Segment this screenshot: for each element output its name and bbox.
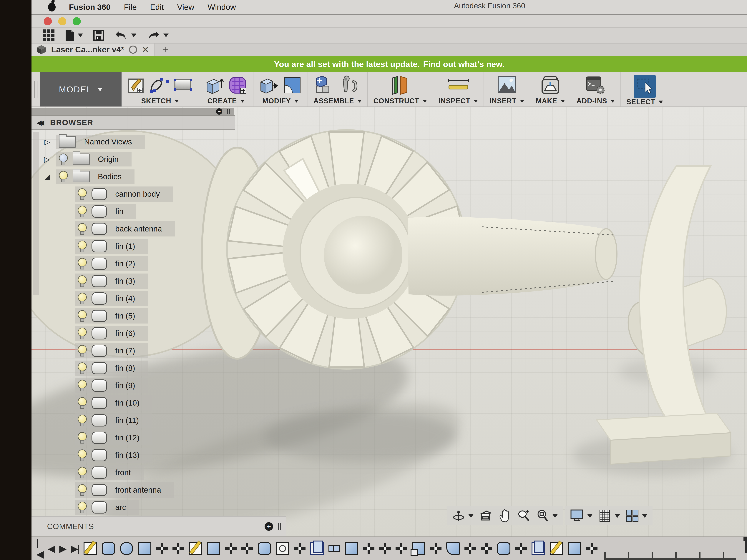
browser-item-label[interactable]: fin (2) — [107, 259, 135, 268]
browser-item-label[interactable]: fin (4) — [107, 294, 135, 303]
browser-item-fin-13-[interactable]: fin (13) — [31, 447, 252, 464]
file-menu-button[interactable] — [65, 29, 83, 41]
visibility-bulb-icon[interactable] — [78, 206, 86, 217]
timeline-feature-sphere-icon[interactable] — [120, 542, 133, 555]
visibility-bulb-icon[interactable] — [78, 415, 86, 426]
timeline-feature-sketch-icon[interactable] — [189, 542, 202, 555]
panel-grip-icon[interactable] — [278, 523, 281, 530]
browser-item-label[interactable]: fin (13) — [107, 451, 139, 460]
browser-item-label[interactable]: arc — [107, 503, 126, 512]
timeline-feature-move-icon[interactable] — [294, 543, 306, 554]
document-tab[interactable]: Laser Ca...nker v4* ✕ — [31, 44, 155, 56]
save-button[interactable] — [93, 30, 104, 41]
menu-item-file[interactable]: File — [124, 3, 137, 12]
browser-item-label[interactable]: fin (10) — [107, 399, 139, 407]
new-tab-button[interactable]: + — [155, 44, 175, 56]
group-label-insert[interactable]: INSERT — [489, 97, 516, 105]
group-label-select[interactable]: SELECT — [626, 98, 655, 106]
timeline-playhead[interactable] — [745, 537, 747, 553]
timeline-feature-move-icon[interactable] — [363, 543, 375, 554]
browser-item-front-antenna[interactable]: front antenna — [31, 481, 252, 499]
insert-image-icon[interactable] — [497, 75, 517, 95]
toolbar-grip[interactable] — [34, 81, 37, 98]
browser-item-fin-3-[interactable]: fin (3) — [31, 272, 252, 290]
menu-item-edit[interactable]: Edit — [150, 3, 164, 12]
visibility-bulb-icon[interactable] — [78, 467, 86, 478]
browser-item-fin-12-[interactable]: fin (12) — [31, 429, 252, 447]
timeline-feature-move-icon[interactable] — [173, 543, 184, 554]
comments-bar[interactable]: COMMENTS + — [31, 516, 286, 537]
browser-item-label[interactable]: fin (5) — [107, 312, 135, 320]
timeline-feature-move-icon[interactable] — [430, 543, 441, 554]
group-label-inspect[interactable]: INSPECT — [439, 97, 470, 105]
timeline-feature-pattern-icon[interactable] — [329, 543, 340, 554]
timeline-feature-mirror-icon[interactable] — [532, 542, 545, 555]
browser-item-label[interactable]: fin (7) — [107, 346, 135, 355]
timeline-feature-combine-icon[interactable] — [412, 542, 425, 555]
timeline-ruler[interactable] — [604, 552, 736, 560]
look-at-icon[interactable] — [479, 509, 493, 523]
visibility-bulb-icon[interactable] — [78, 449, 86, 461]
timeline-feature-mirror-icon[interactable] — [310, 542, 324, 555]
timeline-feature-cylinder-icon[interactable] — [258, 542, 271, 555]
group-label-modify[interactable]: MODIFY — [262, 97, 291, 105]
timeline-feature-move-icon[interactable] — [241, 543, 253, 554]
fillet-icon[interactable] — [283, 76, 302, 96]
browser-item-label[interactable]: fin (6) — [107, 329, 135, 338]
grid-settings-icon[interactable] — [598, 509, 620, 523]
timeline-feature-move-icon[interactable] — [395, 543, 407, 554]
3d-print-icon[interactable] — [540, 75, 561, 96]
find-out-whats-new-link[interactable]: Find out what's new. — [423, 59, 505, 69]
collapse-circle-icon[interactable]: − — [216, 108, 222, 115]
orbit-icon[interactable] — [452, 509, 474, 523]
menu-item-view[interactable]: View — [177, 3, 194, 12]
viewport-canvas[interactable]: − ◀◀ BROWSER ▷Named Views▷Origin◢Bodiesc… — [31, 107, 747, 537]
group-label-sketch[interactable]: SKETCH — [141, 97, 171, 105]
visibility-bulb-icon[interactable] — [78, 432, 86, 444]
sync-status-icon[interactable] — [129, 46, 137, 54]
browser-header[interactable]: ◀◀ BROWSER — [31, 115, 235, 130]
zoom-window-icon[interactable] — [536, 509, 558, 523]
close-window-button[interactable] — [44, 17, 52, 25]
rectangle-icon[interactable] — [173, 76, 193, 94]
browser-item-back-antenna[interactable]: back antenna — [31, 220, 252, 238]
browser-item-origin[interactable]: ▷Origin — [31, 151, 252, 168]
browser-item-fin-8-[interactable]: fin (8) — [31, 359, 252, 377]
browser-item-label[interactable]: front — [107, 468, 131, 477]
timeline-feature-move-icon[interactable] — [379, 543, 391, 554]
create-sketch-icon[interactable] — [127, 75, 146, 95]
timeline-feature-sketch-icon[interactable] — [83, 542, 97, 555]
browser-item-cannon-body[interactable]: cannon body — [31, 185, 252, 203]
timeline-feature-move-icon[interactable] — [586, 543, 597, 554]
group-label-create[interactable]: CREATE — [207, 97, 237, 105]
visibility-bulb-icon[interactable] — [78, 310, 86, 322]
expander-icon[interactable]: ▷ — [44, 138, 56, 146]
timeline-feature-move-icon[interactable] — [464, 543, 476, 554]
menu-app-name[interactable]: Fusion 360 — [69, 3, 111, 12]
redo-button[interactable] — [147, 30, 169, 41]
timeline-feature-sketch-icon[interactable] — [550, 542, 563, 555]
browser-item-label[interactable]: fin (8) — [107, 364, 135, 373]
minimize-window-button[interactable] — [58, 17, 66, 25]
browser-item-label[interactable]: fin (1) — [107, 242, 135, 251]
timeline-feature-move-icon[interactable] — [481, 543, 492, 554]
visibility-bulb-icon[interactable] — [78, 188, 86, 200]
browser-item-fin-11-[interactable]: fin (11) — [31, 412, 252, 429]
timeline-feature-box-icon[interactable] — [345, 542, 358, 555]
visibility-bulb-icon[interactable] — [78, 275, 86, 287]
timeline-feature-move-icon[interactable] — [156, 543, 168, 554]
browser-item-fin[interactable]: fin — [31, 203, 252, 220]
panel-grip-icon[interactable] — [227, 109, 230, 114]
expander-icon[interactable]: ▷ — [44, 155, 56, 163]
timeline-feature-cylinder-icon[interactable] — [102, 542, 115, 555]
form-icon[interactable] — [228, 75, 248, 96]
menu-item-window[interactable]: Window — [207, 3, 236, 12]
visibility-bulb-icon[interactable] — [59, 154, 67, 165]
timeline-feature-fillet-icon[interactable] — [446, 542, 460, 555]
browser-panel-drag-strip[interactable]: − — [31, 108, 234, 115]
joint-icon[interactable] — [338, 75, 361, 96]
visibility-bulb-icon[interactable] — [78, 293, 86, 304]
group-label-assemble[interactable]: ASSEMBLE — [313, 97, 354, 105]
browser-item-fin-10-[interactable]: fin (10) — [31, 394, 252, 412]
viewports-icon[interactable] — [625, 509, 648, 523]
